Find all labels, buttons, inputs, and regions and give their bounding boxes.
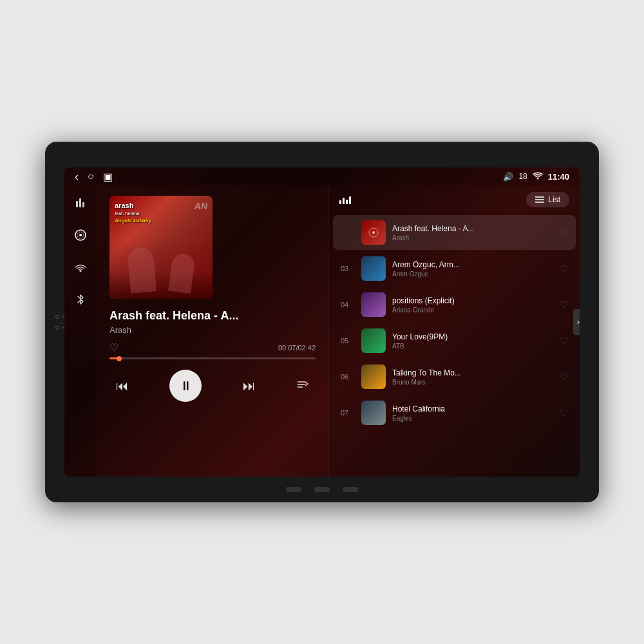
song-thumb-5 <box>361 365 386 389</box>
album-artist: arash <box>115 201 151 211</box>
song-list: Arash feat. Helena - A... Arash ♡ 03 <box>329 214 580 477</box>
song-title-6: Hotel California <box>392 404 554 413</box>
song-details-2: Arem Ozguc, Arm... Arem Ozguc <box>392 260 554 278</box>
playlist-header: List <box>329 185 580 214</box>
sidebar-radio[interactable] <box>71 258 90 277</box>
song-artist-3: Ariana Grande <box>392 307 554 314</box>
song-thumb-4 <box>361 328 386 353</box>
time-display: 00:07/02:42 <box>278 344 316 352</box>
song-heart-3[interactable]: ♡ <box>560 299 568 310</box>
player-section: arash feat. helena Angels Lullaby AN <box>97 185 328 477</box>
album-name: Angels Lullaby <box>115 217 151 224</box>
song-heart-5[interactable]: ♡ <box>560 372 568 382</box>
song-heart-6[interactable]: ♡ <box>560 408 568 418</box>
song-meta: ♡ 00:07/02:42 <box>109 341 316 354</box>
time-current: 00:07 <box>278 344 296 352</box>
sidebar-equalizer[interactable] <box>71 193 90 213</box>
sidebar-compass[interactable] <box>71 225 90 245</box>
list-label: List <box>548 195 560 204</box>
song-num-5: 06 <box>341 373 355 381</box>
song-details-1: Arash feat. Helena - A... Arash <box>392 224 554 242</box>
svg-point-0 <box>536 177 538 179</box>
song-title-5: Talking To The Mo... <box>392 368 554 377</box>
song-title: Arash feat. Helena - A... <box>109 309 316 323</box>
song-thumb-3 <box>361 292 386 317</box>
play-pause-icon: ⏸ <box>180 379 193 393</box>
svg-rect-2 <box>79 198 81 207</box>
equalizer-indicator <box>339 195 351 204</box>
content-area: arash feat. helena Angels Lullaby AN <box>64 185 580 477</box>
song-artist-1: Arash <box>392 234 554 242</box>
album-art: arash feat. helena Angels Lullaby AN <box>109 196 213 299</box>
play-pause-button[interactable]: ⏸ <box>169 370 202 402</box>
time-display: 11:40 <box>548 172 569 182</box>
song-details-6: Hotel California Eagles <box>392 404 554 422</box>
list-button[interactable]: List <box>526 192 569 207</box>
volume-icon: 🔊 <box>503 172 513 182</box>
song-num-2: 03 <box>341 265 355 272</box>
right-panel: List <box>328 185 580 477</box>
song-item-1[interactable]: Arash feat. Helena - A... Arash ♡ <box>333 215 576 250</box>
screen-bezel: ‹ ○ ▣ 🔊 18 <box>64 167 580 477</box>
song-item-6[interactable]: 07 Hotel California Eagles ♡ <box>333 395 576 430</box>
queue-button[interactable] <box>296 379 309 392</box>
recent-button[interactable]: ▣ <box>103 171 113 183</box>
song-item-3[interactable]: 04 positions (Explicit) Ariana Grande ♡ <box>333 287 576 322</box>
song-item-4[interactable]: 05 Your Love(9PM) ATB ♡ <box>333 323 576 358</box>
mic-dot <box>55 315 59 319</box>
song-num-3: 04 <box>341 301 355 308</box>
song-heart-4[interactable]: ♡ <box>560 336 568 346</box>
song-title-2: Arem Ozguc, Arm... <box>392 260 554 269</box>
sidebar-bluetooth[interactable] <box>71 290 90 309</box>
bottom-btn-3 <box>343 487 358 492</box>
song-thumb-2 <box>361 256 386 281</box>
main-screen: ‹ ○ ▣ 🔊 18 <box>64 167 580 477</box>
song-num-6: 07 <box>341 409 355 417</box>
song-info: Arash feat. Helena - A... Arash ♡ 00:07/… <box>109 309 316 466</box>
rst-dot <box>55 326 59 330</box>
status-nav: ‹ ○ ▣ <box>75 170 113 184</box>
status-right: 🔊 18 11:40 <box>503 172 569 182</box>
volume-level: 18 <box>518 172 527 181</box>
song-heart-1[interactable]: ♡ <box>560 227 568 238</box>
song-item-2[interactable]: 03 Arem Ozguc, Arm... Arem Ozguc ♡ <box>333 251 576 286</box>
song-title-4: Your Love(9PM) <box>392 332 554 341</box>
progress-bar[interactable] <box>109 357 316 359</box>
song-details-3: positions (Explicit) Ariana Grande <box>392 296 554 314</box>
bottom-btn-2 <box>314 487 330 492</box>
song-thumb-1 <box>361 220 386 245</box>
song-artist-4: ATB <box>392 343 554 350</box>
time-total: 02:42 <box>298 344 316 352</box>
song-title-1: Arash feat. Helena - A... <box>392 224 554 233</box>
song-artist-2: Arem Ozguc <box>392 270 554 278</box>
unit-bottom-buttons <box>286 487 358 492</box>
home-button[interactable]: ○ <box>88 171 94 182</box>
wifi-icon <box>533 172 543 182</box>
song-artist-6: Eagles <box>392 415 554 422</box>
song-heart-2[interactable]: ♡ <box>560 263 568 274</box>
car-head-unit: MIC RST ‹ ○ ▣ 🔊 18 <box>45 142 599 502</box>
left-sidebar <box>64 185 97 477</box>
song-title-3: positions (Explicit) <box>392 296 554 305</box>
progress-fill <box>109 357 119 359</box>
song-item-5[interactable]: 06 Talking To The Mo... Bruno Mars ♡ <box>333 359 576 394</box>
prev-button[interactable]: ⏮ <box>116 379 129 393</box>
status-bar: ‹ ○ ▣ 🔊 18 <box>64 167 580 185</box>
svg-point-5 <box>79 234 82 236</box>
svg-point-15 <box>372 231 375 234</box>
like-button[interactable]: ♡ <box>109 341 118 354</box>
song-num-4: 05 <box>341 337 355 345</box>
song-thumb-6 <box>361 401 386 425</box>
back-button[interactable]: ‹ <box>75 170 79 184</box>
album-feat: feat. helena <box>115 211 151 217</box>
svg-rect-1 <box>76 201 78 207</box>
song-artist-5: Bruno Mars <box>392 379 554 386</box>
next-button[interactable]: ⏭ <box>243 379 256 393</box>
song-details-4: Your Love(9PM) ATB <box>392 332 554 350</box>
song-artist: Arash <box>109 325 316 335</box>
right-chevron[interactable]: › <box>573 309 580 335</box>
svg-rect-3 <box>82 202 84 207</box>
progress-dot <box>117 356 122 361</box>
svg-point-7 <box>80 270 82 272</box>
bottom-btn-1 <box>286 487 301 492</box>
